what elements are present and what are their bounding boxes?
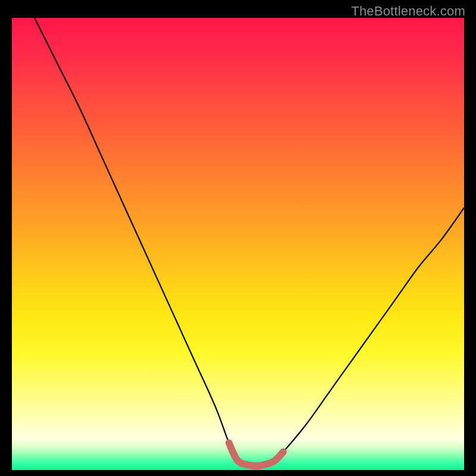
bottleneck-curve (35, 18, 464, 466)
attribution-label: TheBottleneck.com (351, 4, 465, 19)
valley-highlight (229, 443, 283, 466)
chart-frame: TheBottleneck.com (0, 0, 476, 476)
plot-area (12, 18, 464, 470)
curve-svg (12, 18, 464, 470)
